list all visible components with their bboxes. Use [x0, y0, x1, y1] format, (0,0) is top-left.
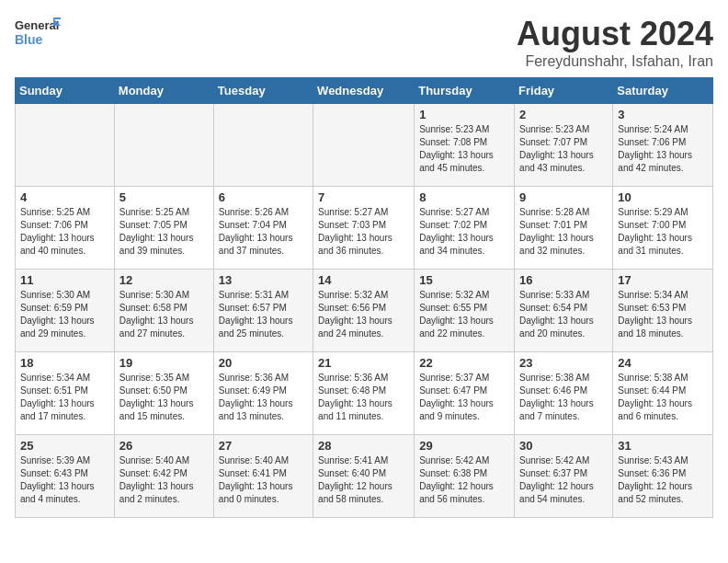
calendar-cell: 20Sunrise: 5:36 AM Sunset: 6:49 PM Dayli…	[213, 352, 313, 435]
day-info: Sunrise: 5:40 AM Sunset: 6:41 PM Dayligh…	[219, 454, 308, 506]
calendar-cell: 2Sunrise: 5:23 AM Sunset: 7:07 PM Daylig…	[515, 104, 613, 187]
header-saturday: Saturday	[613, 78, 713, 104]
day-number: 24	[618, 356, 708, 370]
day-info: Sunrise: 5:42 AM Sunset: 6:37 PM Dayligh…	[519, 454, 608, 506]
day-info: Sunrise: 5:30 AM Sunset: 6:58 PM Dayligh…	[119, 289, 209, 340]
day-info: Sunrise: 5:41 AM Sunset: 6:40 PM Dayligh…	[318, 454, 409, 506]
calendar-cell: 30Sunrise: 5:42 AM Sunset: 6:37 PM Dayli…	[515, 435, 613, 518]
header-tuesday: Tuesday	[213, 78, 313, 104]
logo: General Blue	[15, 15, 61, 55]
header-thursday: Thursday	[415, 78, 515, 104]
location: Fereydunshahr, Isfahan, Iran	[517, 53, 713, 70]
header-sunday: Sunday	[16, 78, 115, 104]
day-info: Sunrise: 5:38 AM Sunset: 6:46 PM Dayligh…	[519, 372, 608, 423]
day-number: 3	[618, 108, 708, 121]
day-info: Sunrise: 5:23 AM Sunset: 7:07 PM Dayligh…	[519, 123, 608, 175]
day-info: Sunrise: 5:32 AM Sunset: 6:56 PM Dayligh…	[318, 289, 409, 340]
calendar-cell: 23Sunrise: 5:38 AM Sunset: 6:46 PM Dayli…	[515, 352, 613, 435]
week-row-5: 25Sunrise: 5:39 AM Sunset: 6:43 PM Dayli…	[16, 435, 713, 518]
day-number: 12	[119, 273, 209, 287]
day-info: Sunrise: 5:27 AM Sunset: 7:03 PM Dayligh…	[318, 206, 409, 258]
calendar-cell	[16, 104, 115, 187]
day-number: 6	[219, 190, 308, 204]
day-info: Sunrise: 5:32 AM Sunset: 6:55 PM Dayligh…	[419, 289, 509, 340]
day-number: 5	[119, 190, 209, 204]
calendar-cell: 27Sunrise: 5:40 AM Sunset: 6:41 PM Dayli…	[213, 435, 313, 518]
week-row-1: 1Sunrise: 5:23 AM Sunset: 7:08 PM Daylig…	[16, 104, 713, 187]
day-info: Sunrise: 5:36 AM Sunset: 6:49 PM Dayligh…	[219, 372, 308, 423]
calendar-cell: 16Sunrise: 5:33 AM Sunset: 6:54 PM Dayli…	[515, 270, 613, 352]
calendar-cell: 17Sunrise: 5:34 AM Sunset: 6:53 PM Dayli…	[613, 270, 713, 352]
day-info: Sunrise: 5:34 AM Sunset: 6:51 PM Dayligh…	[20, 372, 109, 423]
calendar-cell: 22Sunrise: 5:37 AM Sunset: 6:47 PM Dayli…	[415, 352, 515, 435]
day-info: Sunrise: 5:30 AM Sunset: 6:59 PM Dayligh…	[20, 289, 109, 340]
day-number: 23	[519, 356, 608, 370]
day-number: 8	[419, 190, 509, 204]
calendar-cell: 25Sunrise: 5:39 AM Sunset: 6:43 PM Dayli…	[16, 435, 115, 518]
day-info: Sunrise: 5:25 AM Sunset: 7:06 PM Dayligh…	[20, 206, 109, 258]
calendar-cell: 4Sunrise: 5:25 AM Sunset: 7:06 PM Daylig…	[16, 187, 115, 270]
week-row-2: 4Sunrise: 5:25 AM Sunset: 7:06 PM Daylig…	[16, 187, 713, 270]
day-info: Sunrise: 5:38 AM Sunset: 6:44 PM Dayligh…	[618, 372, 708, 423]
header-row: SundayMondayTuesdayWednesdayThursdayFrid…	[16, 78, 713, 104]
calendar-cell: 31Sunrise: 5:43 AM Sunset: 6:36 PM Dayli…	[613, 435, 713, 518]
day-number: 16	[519, 273, 608, 287]
day-number: 7	[318, 190, 409, 204]
day-info: Sunrise: 5:43 AM Sunset: 6:36 PM Dayligh…	[618, 454, 708, 506]
calendar-cell: 9Sunrise: 5:28 AM Sunset: 7:01 PM Daylig…	[515, 187, 613, 270]
calendar-cell: 21Sunrise: 5:36 AM Sunset: 6:48 PM Dayli…	[313, 352, 415, 435]
calendar-cell: 18Sunrise: 5:34 AM Sunset: 6:51 PM Dayli…	[16, 352, 115, 435]
day-number: 1	[419, 108, 509, 121]
day-info: Sunrise: 5:23 AM Sunset: 7:08 PM Dayligh…	[419, 123, 509, 175]
day-number: 27	[219, 439, 308, 453]
calendar-cell: 1Sunrise: 5:23 AM Sunset: 7:08 PM Daylig…	[415, 104, 515, 187]
day-info: Sunrise: 5:24 AM Sunset: 7:06 PM Dayligh…	[618, 123, 708, 175]
calendar-cell: 15Sunrise: 5:32 AM Sunset: 6:55 PM Dayli…	[415, 270, 515, 352]
calendar-cell: 10Sunrise: 5:29 AM Sunset: 7:00 PM Dayli…	[613, 187, 713, 270]
day-info: Sunrise: 5:42 AM Sunset: 6:38 PM Dayligh…	[419, 454, 509, 506]
day-info: Sunrise: 5:39 AM Sunset: 6:43 PM Dayligh…	[20, 454, 109, 506]
day-number: 21	[318, 356, 409, 370]
calendar-cell: 14Sunrise: 5:32 AM Sunset: 6:56 PM Dayli…	[313, 270, 415, 352]
calendar-cell: 3Sunrise: 5:24 AM Sunset: 7:06 PM Daylig…	[613, 104, 713, 187]
header-friday: Friday	[515, 78, 613, 104]
day-number: 2	[519, 108, 608, 121]
day-number: 28	[318, 439, 409, 453]
day-info: Sunrise: 5:26 AM Sunset: 7:04 PM Dayligh…	[219, 206, 308, 258]
calendar-cell: 8Sunrise: 5:27 AM Sunset: 7:02 PM Daylig…	[415, 187, 515, 270]
day-number: 11	[20, 273, 109, 287]
week-row-4: 18Sunrise: 5:34 AM Sunset: 6:51 PM Dayli…	[16, 352, 713, 435]
day-number: 22	[419, 356, 509, 370]
calendar-cell	[313, 104, 415, 187]
week-row-3: 11Sunrise: 5:30 AM Sunset: 6:59 PM Dayli…	[16, 270, 713, 352]
day-number: 20	[219, 356, 308, 370]
month-title: August 2024	[517, 15, 713, 53]
day-info: Sunrise: 5:36 AM Sunset: 6:48 PM Dayligh…	[318, 372, 409, 423]
day-info: Sunrise: 5:28 AM Sunset: 7:01 PM Dayligh…	[519, 206, 608, 258]
day-info: Sunrise: 5:25 AM Sunset: 7:05 PM Dayligh…	[119, 206, 209, 258]
day-number: 9	[519, 190, 608, 204]
logo-icon: General Blue	[15, 15, 61, 55]
calendar-cell	[213, 104, 313, 187]
day-info: Sunrise: 5:37 AM Sunset: 6:47 PM Dayligh…	[419, 372, 509, 423]
calendar-cell: 13Sunrise: 5:31 AM Sunset: 6:57 PM Dayli…	[213, 270, 313, 352]
calendar-cell: 5Sunrise: 5:25 AM Sunset: 7:05 PM Daylig…	[114, 187, 213, 270]
day-number: 26	[119, 439, 209, 453]
svg-text:General: General	[15, 18, 59, 32]
day-number: 30	[519, 439, 608, 453]
day-number: 25	[20, 439, 109, 453]
calendar-table: SundayMondayTuesdayWednesdayThursdayFrid…	[15, 77, 713, 518]
day-number: 29	[419, 439, 509, 453]
calendar-cell: 19Sunrise: 5:35 AM Sunset: 6:50 PM Dayli…	[114, 352, 213, 435]
page-header: General Blue August 2024 Fereydunshahr, …	[15, 15, 713, 70]
svg-text:Blue: Blue	[15, 32, 43, 47]
day-info: Sunrise: 5:33 AM Sunset: 6:54 PM Dayligh…	[519, 289, 608, 340]
calendar-cell: 6Sunrise: 5:26 AM Sunset: 7:04 PM Daylig…	[213, 187, 313, 270]
day-number: 4	[20, 190, 109, 204]
day-number: 18	[20, 356, 109, 370]
calendar-cell: 24Sunrise: 5:38 AM Sunset: 6:44 PM Dayli…	[613, 352, 713, 435]
day-number: 19	[119, 356, 209, 370]
day-number: 17	[618, 273, 708, 287]
header-wednesday: Wednesday	[313, 78, 415, 104]
day-number: 13	[219, 273, 308, 287]
